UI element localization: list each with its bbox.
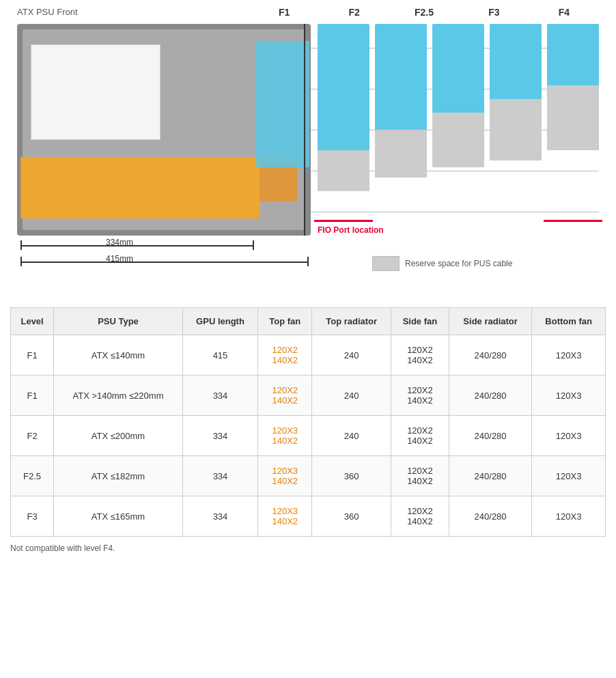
table-row: F3ATX ≤165mm334120X3 140X2360120X2 140X2… [11, 496, 606, 537]
table-header-row: Level PSU Type GPU length Top fan Top ra… [11, 308, 606, 335]
dim-334: 334mm [17, 239, 311, 253]
td-top-radiator: 240 [312, 416, 391, 456]
dim-334-bar [20, 245, 253, 246]
fio-label: FIO Port location [318, 225, 384, 235]
psu-cyan-f1 [256, 41, 309, 167]
td-bottom-fan: 120X3 [532, 456, 606, 496]
bar-col-f2 [375, 24, 427, 236]
table-row: F2.5ATX ≤182mm334120X3 140X2360120X2 140… [11, 456, 606, 496]
legend-text: Reserve space for PUS cable [405, 259, 512, 268]
td-top-fan: 120X3 140X2 [258, 416, 312, 456]
dim-lines-container: 334mm 415mm [17, 239, 311, 269]
bar-gray-f2 [375, 130, 427, 178]
td-psu-type: ATX ≤140mm [54, 335, 183, 376]
bar-cyan-f2 [375, 24, 427, 130]
td-top-radiator: 240 [312, 376, 391, 416]
td-side-radiator: 240/280 [449, 416, 531, 456]
th-gpu-length: GPU length [182, 308, 257, 335]
legend-box [372, 256, 400, 271]
th-level: Level [11, 308, 54, 335]
td-side-fan: 120X2 140X2 [391, 456, 449, 496]
th-psu-type: PSU Type [54, 308, 183, 335]
td-top-fan: 120X3 140X2 [258, 456, 312, 496]
td-bottom-fan: 120X3 [532, 376, 606, 416]
col-label-f4: F4 [529, 7, 599, 18]
col-label-f25: F2.5 [389, 7, 459, 18]
psu-orange-area [20, 157, 260, 218]
td-top-radiator: 360 [312, 496, 391, 537]
td-psu-type: ATX ≤165mm [54, 496, 183, 537]
psu-chassis [17, 24, 311, 236]
bar-cyan-f4 [547, 24, 599, 85]
td-gpu-length: 415 [182, 335, 257, 376]
td-gpu-length: 334 [182, 456, 257, 496]
bar-gray-f25 [432, 113, 484, 167]
td-side-radiator: 240/280 [449, 376, 531, 416]
diagram-section: ATX PSU Front F1 F2 F2.5 F3 F4 [10, 7, 606, 294]
td-top-fan: 120X3 140X2 [258, 496, 312, 537]
th-top-fan: Top fan [258, 308, 312, 335]
dim-334-label: 334mm [106, 238, 133, 247]
legend: Reserve space for PUS cable [372, 256, 512, 271]
table-row: F1ATX ≤140mm415120X2 140X2240120X2 140X2… [11, 335, 606, 376]
specs-table: Level PSU Type GPU length Top fan Top ra… [10, 307, 606, 537]
th-side-radiator: Side radiator [449, 308, 531, 335]
td-top-radiator: 240 [312, 335, 391, 376]
td-side-fan: 120X2 140X2 [391, 376, 449, 416]
dim-415-bar [20, 262, 307, 263]
td-level: F1 [11, 376, 54, 416]
td-top-fan: 120X2 140X2 [258, 376, 312, 416]
td-side-radiator: 240/280 [449, 456, 531, 496]
td-top-radiator: 360 [312, 456, 391, 496]
td-top-fan: 120X2 140X2 [258, 335, 312, 376]
th-top-radiator: Top radiator [312, 308, 391, 335]
td-level: F3 [11, 496, 54, 537]
table-row: F1ATX >140mm ≤220mm334120X2 140X2240120X… [11, 376, 606, 416]
th-bottom-fan: Bottom fan [532, 308, 606, 335]
atx-label: ATX PSU Front [17, 7, 78, 17]
bar-col-f1 [318, 24, 369, 236]
td-level: F2.5 [11, 456, 54, 496]
col-label-f1: F1 [249, 7, 319, 18]
dim-334-left [20, 240, 22, 250]
v-separator [304, 24, 305, 236]
col-label-f2: F2 [319, 7, 389, 18]
td-bottom-fan: 120X3 [532, 496, 606, 537]
td-gpu-length: 334 [182, 496, 257, 537]
table-row: F2ATX ≤200mm334120X3 140X2240120X2 140X2… [11, 416, 606, 456]
dim-334-right [253, 240, 254, 250]
dim-415-left [20, 257, 22, 266]
td-level: F2 [11, 416, 54, 456]
td-level: F1 [11, 335, 54, 376]
dim-415-right [307, 257, 309, 266]
bar-gray-f3 [490, 99, 542, 160]
psu-white-box [31, 44, 160, 140]
td-side-fan: 120X2 140X2 [391, 496, 449, 537]
col-label-f3: F3 [459, 7, 529, 18]
td-psu-type: ATX ≤182mm [54, 456, 183, 496]
bar-red-f1 [314, 220, 373, 222]
bar-col-f4 [547, 24, 599, 236]
col-labels: F1 F2 F2.5 F3 F4 [249, 7, 599, 18]
bar-cyan-f1 [318, 24, 369, 150]
td-psu-type: ATX ≤200mm [54, 416, 183, 456]
td-side-fan: 120X2 140X2 [391, 335, 449, 376]
bar-columns [318, 24, 599, 236]
bar-col-f3 [490, 24, 542, 236]
bar-red-f4 [544, 220, 602, 222]
table-note: Not compatible with level F4. [10, 543, 606, 553]
bar-col-f25 [432, 24, 484, 236]
bar-gray-f1 [318, 150, 369, 191]
bar-gray-f4 [547, 85, 599, 150]
td-gpu-length: 334 [182, 416, 257, 456]
table-section: Level PSU Type GPU length Top fan Top ra… [10, 307, 606, 553]
td-side-radiator: 240/280 [449, 335, 531, 376]
td-psu-type: ATX >140mm ≤220mm [54, 376, 183, 416]
th-side-fan: Side fan [391, 308, 449, 335]
dim-415-label: 415mm [106, 254, 133, 264]
dim-415: 415mm [17, 255, 311, 269]
td-bottom-fan: 120X3 [532, 335, 606, 376]
bar-cyan-f25 [432, 24, 484, 113]
td-bottom-fan: 120X3 [532, 416, 606, 456]
td-side-fan: 120X2 140X2 [391, 416, 449, 456]
